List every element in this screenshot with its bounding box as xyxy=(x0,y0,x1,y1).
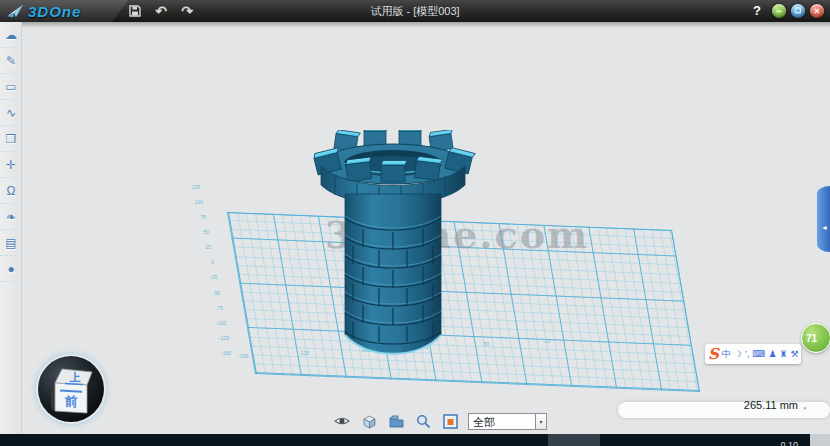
sidebar-item-curve[interactable]: ∿ xyxy=(0,100,22,126)
shaded-view-button[interactable] xyxy=(360,412,378,430)
snapshot-button[interactable] xyxy=(441,412,459,430)
move-icon: ✛ xyxy=(6,158,16,172)
taskbar-item-light[interactable] xyxy=(810,434,830,446)
ime-punctuation-icon[interactable]: ’, xyxy=(745,345,750,363)
filter-value[interactable]: 全部 xyxy=(468,413,536,430)
score-value: 71 xyxy=(806,333,817,344)
eye-icon xyxy=(334,415,350,427)
cube-left-face xyxy=(51,383,55,411)
grid-label: -50 xyxy=(202,291,220,296)
view-navigation-cube[interactable]: 上 前 xyxy=(38,356,104,422)
redo-button[interactable]: ↷ xyxy=(179,3,195,19)
grid-label: -100 xyxy=(208,321,226,326)
sidebar-item-paint[interactable]: ✎ xyxy=(0,48,22,74)
measurement-value: 265.11 mm xyxy=(744,399,798,411)
restore-button[interactable]: ❐ xyxy=(791,4,805,18)
tower-model[interactable] xyxy=(305,130,480,370)
cube-front-label: 前 xyxy=(65,394,78,409)
title-bar: 3DOne ↶ ↷ 试用版 - [模型003] ? − ❐ × xyxy=(0,0,830,22)
zoom-button[interactable] xyxy=(414,412,432,430)
left-toolbar: ☁ ✎ ▭ ∿ ❒ ✛ Ω ❧ ▤ ● xyxy=(0,22,22,434)
ime-halfwidth-icon[interactable]: ☽ xyxy=(734,345,742,363)
grid-label: -25 xyxy=(199,275,217,280)
save-button[interactable] xyxy=(127,3,143,19)
redo-icon: ↷ xyxy=(181,3,193,19)
viewport-3d-canvas[interactable]: 125 100 75 50 25 0 -25 -50 -75 -100 -125… xyxy=(22,22,830,434)
sidebar-item-layers[interactable]: ▤ xyxy=(0,230,22,256)
grid-label: 25 xyxy=(193,245,211,250)
side-panel-handle[interactable]: ◄ xyxy=(817,186,830,252)
grid-label: -50 xyxy=(482,342,489,347)
measurement-panel xyxy=(618,402,830,418)
grid-label: -150 xyxy=(213,351,231,356)
view-toolbar: 全部 ▾ xyxy=(333,410,547,432)
visibility-button[interactable] xyxy=(333,412,351,430)
sidebar-item-move[interactable]: ✛ xyxy=(0,152,22,178)
magnifier-icon xyxy=(416,414,431,429)
paper-plane-icon xyxy=(6,3,24,19)
sidebar-item-solid[interactable]: ❒ xyxy=(0,126,22,152)
image-frame-icon xyxy=(443,414,458,429)
cube-view-icon xyxy=(362,414,377,429)
sidebar-item-cloud-library[interactable]: ☁ xyxy=(0,22,22,48)
taskbar-strip: 0.10 xyxy=(0,434,830,446)
cloud-icon: ☁ xyxy=(5,28,17,42)
grid-label: -150 xyxy=(238,354,248,359)
folder-cube-icon xyxy=(389,415,404,428)
sidebar-item-sphere[interactable]: ● xyxy=(0,256,22,282)
collapse-arrow-icon: ◄ xyxy=(821,224,828,231)
taskbar-item[interactable] xyxy=(548,434,600,446)
precision-value: 0.10 xyxy=(780,440,798,446)
ime-lang-toggle[interactable]: 中 xyxy=(722,345,731,363)
sidebar-item-community[interactable]: ❧ xyxy=(0,204,22,230)
ime-tools-icon[interactable]: ⚒ xyxy=(791,345,799,363)
grid-label: -25 xyxy=(543,339,550,344)
minimize-button[interactable]: − xyxy=(772,4,786,18)
grid-label: 75 xyxy=(188,215,206,220)
filter-combobox[interactable]: 全部 ▾ xyxy=(468,413,547,430)
sidebar-item-magnet[interactable]: Ω xyxy=(0,178,22,204)
ime-keyboard-icon[interactable]: ⌨ xyxy=(752,345,765,363)
magnet-icon: Ω xyxy=(7,184,16,198)
undo-icon: ↶ xyxy=(155,3,167,19)
layers-icon: ▤ xyxy=(5,236,16,250)
sphere-icon: ● xyxy=(7,262,14,276)
component-view-button[interactable] xyxy=(387,412,405,430)
app-menu-button[interactable]: 3DOne xyxy=(0,0,128,22)
grid-label: -125 xyxy=(211,336,229,341)
grid-label: 0 xyxy=(196,260,214,265)
close-button[interactable]: × xyxy=(810,4,824,18)
grid-label: 50 xyxy=(191,230,209,235)
grid-label: 100 xyxy=(185,200,203,205)
grid-label: 125 xyxy=(182,185,200,190)
brush-icon: ✎ xyxy=(6,54,16,68)
spline-icon: ∿ xyxy=(6,106,16,120)
rectangle-icon: ▭ xyxy=(5,80,16,94)
titlebar-shadow xyxy=(22,22,830,28)
grid-label: -75 xyxy=(205,306,223,311)
cube-icon: ❒ xyxy=(6,132,17,146)
app-logo-text: 3DOne xyxy=(28,3,81,20)
score-badge[interactable]: 71 xyxy=(801,323,830,353)
help-button[interactable]: ? xyxy=(748,0,766,22)
chevron-down-icon: ▾ xyxy=(539,418,542,425)
input-method-bar: S 中 ☽ ’, ⌨ ♟ ♜ ⚒ xyxy=(705,344,801,364)
ime-person-icon[interactable]: ♟ xyxy=(768,345,776,363)
measurement-unit-toggle[interactable]: ▾ xyxy=(803,405,806,411)
filter-dropdown-button[interactable]: ▾ xyxy=(536,413,547,430)
cube-top-label: 上 xyxy=(69,371,81,383)
save-icon xyxy=(129,5,141,17)
undo-button[interactable]: ↶ xyxy=(153,3,169,19)
bird-icon: ❧ xyxy=(6,210,16,224)
ime-skin-icon[interactable]: ♜ xyxy=(780,345,788,363)
sidebar-item-sketch[interactable]: ▭ xyxy=(0,74,22,100)
sogou-logo-icon[interactable]: S xyxy=(708,345,719,363)
